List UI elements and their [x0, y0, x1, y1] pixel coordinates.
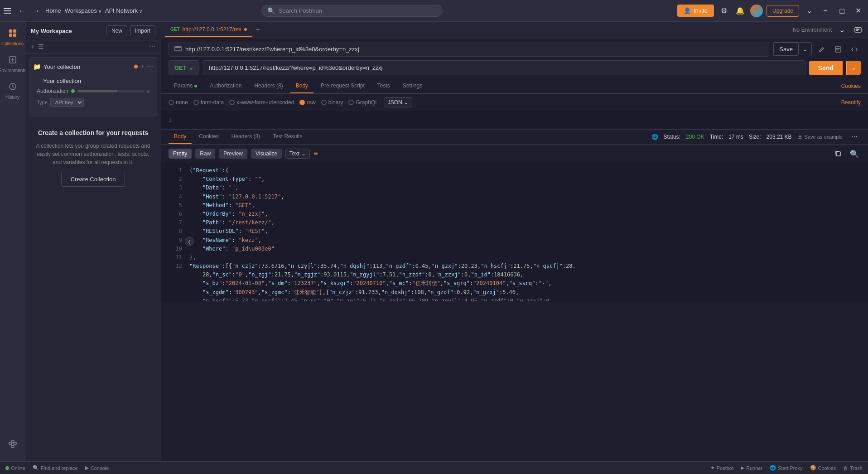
tab-authorization[interactable]: Authorization: [204, 79, 247, 93]
code-button[interactable]: [848, 43, 861, 56]
invite-button[interactable]: 👤 Invite: [677, 5, 714, 17]
hamburger-icon[interactable]: [4, 6, 13, 15]
start-proxy-item[interactable]: 🌐 Start Proxy: [770, 465, 802, 471]
new-tab-button[interactable]: +: [252, 24, 264, 36]
collapse-panel-button[interactable]: ❮: [185, 237, 194, 246]
tab-params[interactable]: Params: [169, 79, 203, 93]
svg-rect-8: [11, 440, 14, 443]
search-bar[interactable]: 🔍 Search Postman: [261, 5, 443, 17]
console-icon: ▶: [85, 465, 89, 471]
save-example-button[interactable]: Save as example: [797, 134, 843, 140]
raw-tab[interactable]: Raw: [195, 149, 215, 159]
add-collection-icon[interactable]: +: [31, 43, 34, 50]
text-type-selector[interactable]: Text ⌄: [285, 149, 310, 159]
console-item[interactable]: ▶ Console: [85, 465, 109, 471]
save-dropdown-icon[interactable]: ⌄: [799, 43, 811, 55]
request-subtabs: Params Authorization Headers (8) Body Pr…: [161, 79, 868, 94]
env-dropdown-icon[interactable]: ⌄: [835, 24, 848, 36]
tab-tests[interactable]: Tests: [372, 79, 395, 93]
sidebar-item-collections[interactable]: Collections: [2, 25, 24, 50]
radio-form-data[interactable]: form-data: [193, 99, 224, 106]
filter-icon[interactable]: ☰: [38, 43, 44, 50]
tab-body[interactable]: Body: [290, 79, 313, 93]
bell-icon[interactable]: 🔔: [734, 5, 747, 17]
resp-more-icon[interactable]: ⋯: [848, 131, 861, 143]
minimize-icon[interactable]: −: [819, 5, 832, 17]
maximize-icon[interactable]: ◻: [835, 5, 848, 17]
panel-header: My Workspace New Import: [25, 22, 161, 40]
resp-tab-test-results[interactable]: Test Results: [267, 130, 308, 144]
env-settings-icon[interactable]: [852, 24, 864, 36]
send-button[interactable]: Send: [809, 61, 843, 75]
type-select[interactable]: API Key: [50, 98, 84, 107]
method-select[interactable]: GET ⌄: [169, 60, 199, 75]
resp-tab-cookies[interactable]: Cookies: [193, 130, 224, 144]
json-type-selector[interactable]: JSON ⌄: [384, 97, 412, 107]
pretty-tab[interactable]: Pretty: [169, 149, 192, 159]
tab-prerequest[interactable]: Pre-request Script: [315, 79, 370, 93]
radio-none[interactable]: none: [169, 99, 188, 106]
radio-raw[interactable]: raw: [299, 99, 315, 106]
save-button[interactable]: Save: [773, 43, 799, 56]
close-icon[interactable]: ✕: [852, 5, 864, 17]
copy-response-button[interactable]: [832, 147, 844, 160]
add-to-collection-icon[interactable]: +: [140, 63, 144, 70]
svg-rect-18: [835, 47, 841, 52]
runner-item[interactable]: ▶ Runner: [741, 465, 762, 471]
json-line-7: 7 "Path": "/rest/kezz/",: [169, 218, 861, 227]
radio-urlencoded[interactable]: x-www-form-urlencoded: [229, 99, 294, 106]
sidebar-item-history[interactable]: History: [2, 79, 24, 104]
new-button[interactable]: New: [106, 25, 127, 36]
cookies-link[interactable]: Cookies: [841, 83, 861, 89]
upgrade-dropdown-icon[interactable]: ⌄: [803, 5, 815, 17]
sidebar-item-apis[interactable]: [2, 436, 24, 454]
preview-tab[interactable]: Preview: [219, 149, 247, 159]
request-body-editor[interactable]: 1: [161, 111, 868, 129]
find-replace-item[interactable]: 🔍 Find and replace: [33, 465, 78, 471]
auth-scroll: ■: [147, 89, 149, 94]
invite-label: Invite: [694, 7, 708, 14]
trash-item[interactable]: 🗑 Trash: [843, 465, 863, 471]
collection-tab-name[interactable]: Your collecton: [43, 63, 131, 70]
tab-headers[interactable]: Headers (8): [249, 79, 288, 93]
url-input[interactable]: [203, 60, 805, 75]
home-link[interactable]: Home: [45, 7, 61, 14]
settings-icon[interactable]: ⚙: [718, 5, 730, 17]
resp-tab-body[interactable]: Body: [169, 130, 192, 144]
params-dot: [194, 85, 197, 87]
back-button[interactable]: ←: [16, 5, 27, 17]
radio-binary[interactable]: binary: [321, 99, 343, 106]
cookies-status-item[interactable]: 🍪 Cookies: [810, 465, 836, 471]
tab-method-badge: GET: [170, 27, 180, 32]
workspaces-menu[interactable]: Workspaces: [65, 7, 101, 14]
tab-settings[interactable]: Settings: [397, 79, 428, 93]
import-button[interactable]: Import: [130, 25, 155, 36]
binary-label: binary: [328, 99, 343, 106]
search-response-button[interactable]: 🔍: [848, 147, 861, 160]
body-type-row: none form-data x-www-form-urlencoded raw…: [161, 94, 868, 111]
api-network-menu[interactable]: API Network: [105, 7, 142, 14]
active-request-tab[interactable]: GET http://127.0.0.1:5217/res: [165, 23, 252, 37]
filter-icon[interactable]: ≡: [313, 150, 318, 158]
radio-dot-form-data: [193, 100, 199, 105]
edit-button[interactable]: [815, 43, 828, 56]
radio-graphql[interactable]: GraphQL: [348, 99, 378, 106]
resp-action-btns: 🔍: [832, 147, 861, 160]
more-options-icon[interactable]: ⋯: [149, 43, 155, 50]
visualize-tab[interactable]: Visualize: [251, 149, 282, 159]
collection-more-icon[interactable]: ⋯: [147, 63, 153, 70]
sidebar-item-environments[interactable]: Environments: [2, 52, 24, 77]
postbot-item[interactable]: ★ Postbot: [710, 465, 733, 471]
forward-button[interactable]: →: [31, 5, 42, 17]
send-dropdown-button[interactable]: ⌄: [846, 61, 861, 75]
beautify-button[interactable]: Beautify: [841, 99, 861, 106]
note-button[interactable]: [832, 43, 844, 56]
apis-icon: [9, 440, 17, 450]
create-collection-button[interactable]: Create Collection: [61, 172, 125, 187]
avatar[interactable]: [750, 5, 763, 17]
save-example-icon: [797, 134, 803, 140]
panel-toolbar: + ☰ ⋯: [25, 40, 161, 53]
upgrade-button[interactable]: Upgrade: [767, 5, 799, 17]
create-collection-section: Create a collection for your requests A …: [25, 120, 161, 461]
resp-tab-headers[interactable]: Headers (3): [226, 130, 265, 144]
